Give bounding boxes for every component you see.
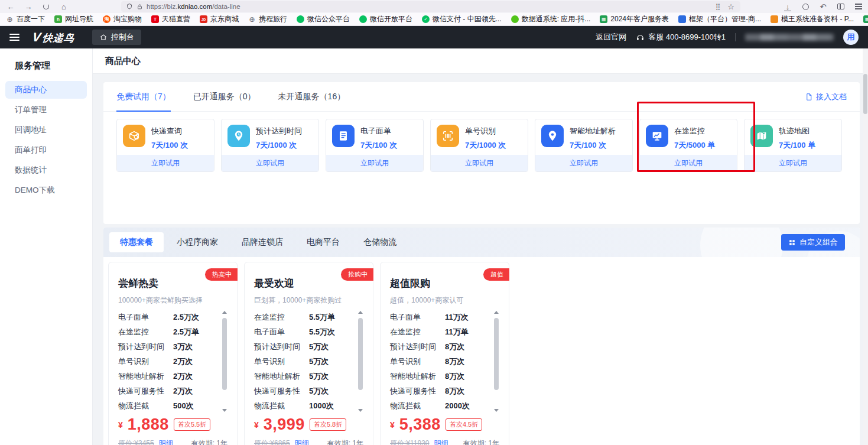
bookmark-star-icon[interactable]: ☆ — [726, 2, 736, 11]
page-scrollbar-thumb[interactable] — [863, 74, 867, 114]
account-icon[interactable] — [801, 2, 810, 11]
bookmark-label: 框架（平台）管理-商... — [689, 14, 761, 24]
scrollbar-thumb[interactable] — [494, 318, 499, 390]
bookmark-item[interactable]: 模王系统准备资料 - P... — [771, 14, 854, 24]
bookmark-label: 携程旅行 — [259, 14, 287, 24]
bookmark-item[interactable]: ▦ 2024年客户服务表 — [600, 14, 669, 24]
plan-item-row: 物流拦截500次 — [118, 398, 218, 413]
plan-price: ¥ 5,388 首次4.5折 — [390, 415, 499, 434]
plan-item-list: 在途监控5.5万单电子面单5.5万次预计达到时间5万次单号识别5万次智能地址解析… — [254, 310, 363, 413]
sidebar-item-label: 面单打印 — [15, 145, 47, 155]
custom-combo-button[interactable]: 自定义组合 — [781, 234, 845, 251]
sidebar-item-商品中心[interactable]: 商品中心 — [5, 81, 87, 99]
bookmark-item[interactable]: 框架（平台）管理-商... — [678, 14, 761, 24]
doc-link[interactable]: 接入文档 — [805, 82, 847, 111]
original-price: 原价:¥3455 — [118, 438, 154, 445]
scrollbar-thumb[interactable] — [222, 318, 227, 390]
sidebar-item-数据统计[interactable]: 数据统计 — [5, 161, 87, 179]
try-now-button[interactable]: 立即试用 — [326, 155, 423, 171]
detail-link[interactable]: 明细 — [295, 438, 309, 445]
plan-list-scrollbar[interactable] — [357, 311, 363, 412]
forward-icon[interactable]: → — [24, 2, 33, 11]
parcel-search-icon — [123, 125, 145, 147]
plan-list-scrollbar[interactable] — [222, 311, 227, 412]
sidebar-item-订单管理[interactable]: 订单管理 — [5, 101, 87, 119]
downloads-icon[interactable]: ↓ — [783, 2, 792, 11]
detail-link[interactable]: 明细 — [159, 438, 173, 445]
back-to-site-link[interactable]: 返回官网 — [596, 32, 626, 43]
bookmark-favicon-icon: ⊕ — [248, 15, 256, 23]
bookmark-item[interactable]: ⊕ 百度一下 — [6, 14, 45, 24]
bookmark-item[interactable]: ▦ 未上线客户进度表 — [863, 14, 868, 24]
plan-list-scrollbar[interactable] — [493, 311, 499, 412]
bookmark-item[interactable]: JD 京东商城 — [200, 14, 239, 24]
plan-item-row: 电子面单11万次 — [390, 310, 490, 324]
avatar[interactable]: 用 — [843, 30, 859, 45]
reload-icon[interactable] — [41, 2, 51, 11]
bookmark-item[interactable]: T 天猫直营 — [151, 14, 190, 24]
bookmark-item[interactable]: 数据通系统: 应用-抖... — [511, 14, 591, 24]
page-scrollbar[interactable] — [863, 48, 868, 445]
bookmark-label: 网址导航 — [65, 14, 93, 24]
bookmark-item[interactable]: 微信公众平台 — [297, 14, 350, 24]
sidebar-item-回调地址[interactable]: 回调地址 — [5, 121, 87, 139]
try-now-button[interactable]: 立即试用 — [222, 155, 318, 171]
page-title: 商品中心 — [105, 56, 141, 67]
shield-icon — [126, 3, 133, 10]
service-name: 快递查询 — [151, 126, 188, 137]
detail-link[interactable]: 明细 — [434, 438, 448, 445]
bookmark-item[interactable]: 淘 淘宝购物 — [103, 14, 142, 24]
scroll-down-icon[interactable] — [222, 409, 227, 412]
scroll-down-icon[interactable] — [494, 409, 499, 412]
package-tab[interactable]: 电商平台 — [296, 232, 350, 252]
back-icon[interactable]: ← — [6, 2, 15, 11]
service-quota: 7天/1000 次 — [256, 140, 302, 151]
try-now-button[interactable]: 立即试用 — [535, 155, 632, 171]
package-tab[interactable]: 特惠套餐 — [109, 232, 164, 252]
scrollbar-thumb[interactable] — [358, 318, 363, 390]
try-now-button[interactable]: 立即试用 — [431, 155, 528, 171]
services-grid: 快递查询 7天/100 次 立即试用 预计达到时间 7天/1000 次 立即试用… — [103, 112, 860, 177]
browser-menu-icon[interactable] — [854, 2, 863, 11]
plan-item-row: 单号识别5万次 — [254, 354, 354, 369]
service-name: 智能地址解析 — [570, 126, 616, 137]
app-menu-icon[interactable] — [9, 34, 19, 41]
home-icon[interactable]: ⌂ — [59, 2, 69, 11]
trial-tab[interactable]: 已开通服务（0） — [193, 82, 256, 111]
headset-icon — [636, 33, 645, 42]
plan-item-row: 智能地址解析8万次 — [390, 369, 490, 384]
trial-tab[interactable]: 未开通服务（16） — [278, 82, 346, 111]
try-now-button[interactable]: 立即试用 — [117, 155, 214, 171]
package-tab[interactable]: 仓储物流 — [353, 232, 407, 252]
sidebar-item-面单打印[interactable]: 面单打印 — [5, 141, 87, 159]
try-now-button[interactable]: 立即试用 — [640, 155, 737, 171]
sidebar-item-DEMO下载[interactable]: DEMO下载 — [5, 181, 87, 199]
scroll-up-icon[interactable] — [222, 311, 227, 314]
bookmark-label: 微信公众平台 — [307, 14, 350, 24]
service-quota: 7天/5000 单 — [674, 140, 715, 151]
scroll-up-icon[interactable] — [358, 311, 363, 314]
console-tab[interactable]: 控制台 — [92, 30, 141, 45]
bookmark-item[interactable]: ⊕ 携程旅行 — [248, 14, 287, 24]
service-card-智能地址解析: 智能地址解析 7天/100 次 立即试用 — [535, 119, 633, 172]
bookmark-item[interactable]: ✓ 微信支付 - 中国领先... — [422, 14, 502, 24]
sidebar-item-label: 订单管理 — [15, 105, 47, 115]
try-now-button[interactable]: 立即试用 — [745, 155, 841, 171]
bookmark-item[interactable]: h 网址导航 — [54, 14, 93, 24]
plan-item-list: 电子面单2.5万次在途监控2.5万单预计达到时间3万次单号识别2万次智能地址解析… — [118, 310, 227, 413]
plans-row: 热卖中 尝鲜热卖 100000+商家尝鲜购买选择 电子面单2.5万次在途监控2.… — [103, 257, 860, 445]
service-card-电子面单: 电子面单 7天/100 次 立即试用 — [326, 119, 424, 172]
history-back-icon[interactable]: ↶ — [818, 2, 828, 11]
bookmark-item[interactable]: 微信开放平台 — [359, 14, 412, 24]
scroll-up-icon[interactable] — [494, 311, 499, 314]
sidebar-item-label: 数据统计 — [15, 165, 47, 176]
scroll-down-icon[interactable] — [358, 409, 363, 412]
home-icon — [99, 33, 108, 41]
sidebar-panel-icon[interactable] — [836, 2, 846, 11]
package-tab[interactable]: 小程序商家 — [166, 232, 229, 252]
address-bar[interactable]: https://biz.kdniao.com/data-line ⣿ ☆ — [121, 1, 740, 12]
extension-icon[interactable]: ⣿ — [713, 2, 723, 11]
bookmark-favicon-icon: JD — [200, 15, 207, 23]
trial-tab[interactable]: 免费试用（7） — [116, 82, 171, 111]
package-tab[interactable]: 品牌连锁店 — [231, 232, 294, 252]
